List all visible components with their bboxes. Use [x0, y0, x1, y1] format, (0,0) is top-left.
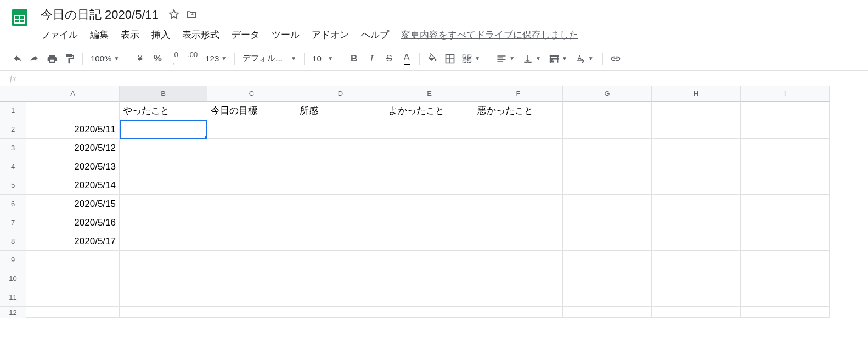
- cell[interactable]: 2020/5/16: [26, 213, 120, 232]
- cell[interactable]: [563, 176, 652, 195]
- cell[interactable]: [296, 139, 385, 157]
- cell[interactable]: [120, 157, 207, 176]
- text-wrap-button[interactable]: ▼: [546, 50, 572, 67]
- cell[interactable]: [120, 232, 207, 251]
- select-all-corner[interactable]: [0, 86, 26, 102]
- cell[interactable]: 2020/5/11: [26, 120, 120, 139]
- cell[interactable]: [563, 251, 652, 269]
- cell[interactable]: [563, 195, 652, 213]
- row-header[interactable]: 2: [0, 120, 26, 139]
- cell[interactable]: [296, 307, 385, 318]
- cell[interactable]: [652, 176, 741, 195]
- cell[interactable]: [474, 232, 563, 251]
- cell[interactable]: [474, 157, 563, 176]
- cell[interactable]: [385, 139, 474, 157]
- cell[interactable]: [26, 288, 120, 307]
- increase-decimal-button[interactable]: .00→: [184, 50, 201, 67]
- cell[interactable]: [26, 102, 120, 120]
- column-header[interactable]: F: [474, 86, 563, 102]
- cell[interactable]: [120, 288, 207, 307]
- cell[interactable]: 今日の目標: [207, 102, 296, 120]
- cell[interactable]: [207, 176, 296, 195]
- cell[interactable]: [385, 232, 474, 251]
- cell[interactable]: [563, 102, 652, 120]
- menu-format[interactable]: 表示形式: [177, 26, 225, 43]
- cell[interactable]: [474, 176, 563, 195]
- cell[interactable]: [741, 195, 830, 213]
- menu-file[interactable]: ファイル: [35, 26, 83, 43]
- bold-button[interactable]: B: [346, 50, 362, 67]
- cell[interactable]: [385, 157, 474, 176]
- cell[interactable]: [741, 307, 830, 318]
- cell[interactable]: [207, 269, 296, 288]
- cell[interactable]: 2020/5/12: [26, 139, 120, 157]
- column-header[interactable]: G: [563, 86, 652, 102]
- cell[interactable]: [385, 288, 474, 307]
- cell[interactable]: [652, 195, 741, 213]
- cell[interactable]: [207, 307, 296, 318]
- cell[interactable]: [385, 251, 474, 269]
- menu-edit[interactable]: 編集: [84, 26, 114, 43]
- insert-link-button[interactable]: [607, 50, 624, 67]
- vertical-align-button[interactable]: ▼: [520, 50, 545, 67]
- cell[interactable]: [652, 120, 741, 139]
- menu-insert[interactable]: 挿入: [146, 26, 176, 43]
- cell[interactable]: [296, 195, 385, 213]
- row-header[interactable]: 12: [0, 307, 26, 318]
- star-icon[interactable]: [168, 9, 179, 21]
- cell[interactable]: [741, 232, 830, 251]
- cell[interactable]: [741, 288, 830, 307]
- cell[interactable]: [207, 157, 296, 176]
- cell[interactable]: よかったこと: [385, 102, 474, 120]
- text-rotation-button[interactable]: ▼: [573, 50, 598, 67]
- cell[interactable]: [563, 232, 652, 251]
- cell[interactable]: [652, 102, 741, 120]
- paint-format-button[interactable]: [61, 50, 78, 67]
- cell[interactable]: [652, 251, 741, 269]
- cell[interactable]: [474, 139, 563, 157]
- italic-button[interactable]: I: [363, 50, 380, 67]
- cell[interactable]: [296, 269, 385, 288]
- row-header[interactable]: 8: [0, 232, 26, 251]
- cell[interactable]: [741, 102, 830, 120]
- cell[interactable]: [385, 176, 474, 195]
- cell[interactable]: [120, 213, 207, 232]
- cell[interactable]: [741, 157, 830, 176]
- cell[interactable]: [474, 120, 563, 139]
- zoom-selector[interactable]: 100%▼: [87, 54, 122, 63]
- cell[interactable]: [385, 195, 474, 213]
- cell[interactable]: [563, 288, 652, 307]
- cell[interactable]: [120, 120, 207, 139]
- cell[interactable]: [207, 251, 296, 269]
- cell[interactable]: [26, 269, 120, 288]
- cell[interactable]: 2020/5/17: [26, 232, 120, 251]
- row-header[interactable]: 10: [0, 269, 26, 288]
- cell[interactable]: [474, 307, 563, 318]
- cell[interactable]: [385, 213, 474, 232]
- number-format-selector[interactable]: 123▼: [202, 54, 230, 63]
- row-header[interactable]: 11: [0, 288, 26, 307]
- cell[interactable]: [120, 269, 207, 288]
- text-color-button[interactable]: A: [398, 50, 415, 67]
- borders-button[interactable]: [442, 50, 458, 67]
- font-selector[interactable]: デフォル...▼: [239, 53, 300, 64]
- formula-input[interactable]: [26, 71, 868, 86]
- cell[interactable]: [26, 251, 120, 269]
- move-folder-icon[interactable]: [186, 9, 197, 21]
- font-size-selector[interactable]: 10▼: [309, 54, 336, 63]
- print-button[interactable]: [44, 50, 60, 67]
- cell[interactable]: [563, 213, 652, 232]
- column-header[interactable]: B: [120, 86, 207, 102]
- cell[interactable]: [207, 120, 296, 139]
- fill-color-button[interactable]: [424, 50, 441, 67]
- cell[interactable]: [207, 195, 296, 213]
- cell[interactable]: [385, 120, 474, 139]
- undo-button[interactable]: [9, 50, 25, 67]
- cell[interactable]: 悪かったこと: [474, 102, 563, 120]
- column-header[interactable]: H: [652, 86, 741, 102]
- cell[interactable]: [296, 157, 385, 176]
- cell[interactable]: [741, 120, 830, 139]
- cell[interactable]: [474, 288, 563, 307]
- cell[interactable]: [474, 251, 563, 269]
- menu-view[interactable]: 表示: [115, 26, 145, 43]
